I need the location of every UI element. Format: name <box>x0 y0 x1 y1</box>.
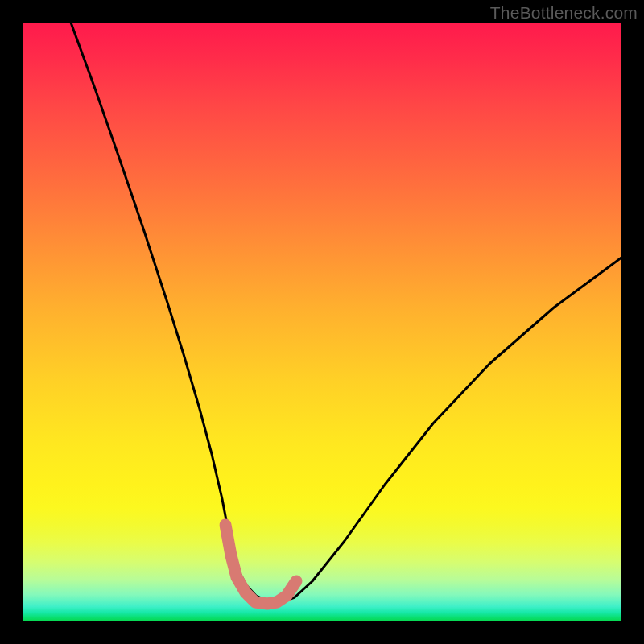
curve-layer <box>23 23 621 621</box>
valley-marker <box>225 525 296 604</box>
chart-frame: TheBottleneck.com <box>0 0 644 644</box>
watermark-text: TheBottleneck.com <box>490 3 638 23</box>
plot-area <box>23 23 621 621</box>
bottleneck-curve <box>71 23 621 602</box>
